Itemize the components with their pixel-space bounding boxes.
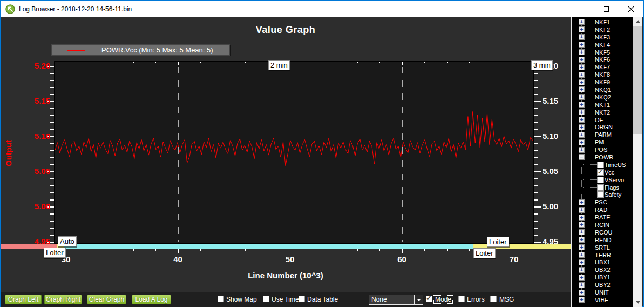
gridline-vertical bbox=[66, 63, 66, 242]
expand-icon[interactable]: + bbox=[579, 34, 585, 40]
scroll-up-button[interactable] bbox=[633, 17, 642, 26]
expand-icon[interactable]: + bbox=[579, 79, 585, 85]
tree-item-UBY1[interactable]: +UBY1 bbox=[572, 273, 633, 281]
checkbox-Safety[interactable] bbox=[597, 191, 604, 198]
expand-icon[interactable]: + bbox=[579, 207, 585, 213]
expand-icon[interactable]: + bbox=[579, 139, 585, 145]
errors-checkbox[interactable] bbox=[458, 296, 465, 302]
tree-item-ORGN[interactable]: +ORGN bbox=[572, 123, 633, 131]
clear-graph-button[interactable]: Clear Graph bbox=[87, 295, 126, 304]
tree-item-NKF2[interactable]: +NKF2 bbox=[572, 26, 633, 34]
tree-item-NKF9[interactable]: +NKF9 bbox=[572, 78, 633, 86]
tree-item-PARM[interactable]: +PARM bbox=[572, 131, 633, 138]
tree-item-PM[interactable]: +PM bbox=[572, 138, 633, 146]
expand-icon[interactable]: + bbox=[579, 290, 585, 296]
tree-item-NKF1[interactable]: +NKF1 bbox=[572, 18, 633, 26]
expand-icon[interactable]: + bbox=[579, 94, 585, 100]
expand-icon[interactable]: + bbox=[579, 19, 585, 25]
tree-item-PSC[interactable]: +PSC bbox=[572, 198, 633, 206]
tree-item-NKT1[interactable]: +NKT1 bbox=[572, 101, 633, 109]
checkbox-Flags[interactable] bbox=[597, 184, 604, 191]
tree-item-RFND[interactable]: +RFND bbox=[572, 236, 633, 244]
tree-item-NKT2[interactable]: +NKT2 bbox=[572, 109, 633, 116]
tree-item-OF[interactable]: +OF bbox=[572, 116, 633, 124]
expand-icon[interactable]: + bbox=[579, 124, 585, 130]
tree-item-UNIT[interactable]: +UNIT bbox=[572, 289, 633, 296]
data-table-checkbox[interactable] bbox=[299, 296, 305, 302]
expand-icon[interactable]: + bbox=[579, 132, 585, 138]
scrollbar-thumb[interactable] bbox=[633, 26, 642, 134]
tree-item-label: POWR bbox=[595, 154, 613, 161]
tree-item-NKQ1[interactable]: +NKQ1 bbox=[572, 86, 633, 94]
tree-item-NKF4[interactable]: +NKF4 bbox=[572, 41, 633, 49]
mode-checkbox[interactable]: ✓ bbox=[426, 296, 432, 302]
expand-icon[interactable]: + bbox=[579, 229, 585, 235]
maximize-button[interactable] bbox=[594, 1, 619, 17]
tree-item-NKF5[interactable]: +NKF5 bbox=[572, 49, 633, 56]
tree-scrollbar[interactable] bbox=[633, 17, 642, 307]
tree-item-NKF8[interactable]: +NKF8 bbox=[572, 71, 633, 78]
use-time-checkbox[interactable] bbox=[263, 296, 269, 302]
tree-item-UBX2[interactable]: +UBX2 bbox=[572, 266, 633, 273]
plot-area[interactable] bbox=[54, 61, 534, 244]
load-a-log-button[interactable]: Load A Log bbox=[132, 295, 171, 304]
tree-item-UBX1[interactable]: +UBX1 bbox=[572, 259, 633, 266]
expand-icon[interactable]: + bbox=[579, 117, 585, 123]
tree-item-NKF6[interactable]: +NKF6 bbox=[572, 56, 633, 63]
expand-icon[interactable]: + bbox=[579, 64, 585, 70]
expand-icon[interactable]: + bbox=[579, 237, 585, 243]
tree-item-UBY2[interactable]: +UBY2 bbox=[572, 281, 633, 289]
expand-icon[interactable]: + bbox=[579, 57, 585, 63]
expand-icon[interactable]: + bbox=[579, 199, 585, 205]
mode-filter-dropdown[interactable]: None bbox=[369, 295, 423, 305]
checkbox-Vcc[interactable]: ✓ bbox=[597, 169, 604, 176]
expand-icon[interactable]: + bbox=[579, 259, 585, 265]
x-axis-top-tick bbox=[357, 62, 358, 63]
close-button[interactable] bbox=[619, 1, 643, 17]
tree-item-RCIN[interactable]: +RCIN bbox=[572, 221, 633, 229]
show-map-checkbox[interactable] bbox=[218, 296, 224, 302]
expand-icon[interactable]: + bbox=[579, 297, 585, 303]
expand-icon[interactable]: + bbox=[579, 147, 585, 153]
msg-checkbox[interactable] bbox=[490, 296, 497, 302]
graph-left-button[interactable]: Graph Left bbox=[5, 295, 42, 304]
tree-item-POS[interactable]: +POS bbox=[572, 146, 633, 154]
expand-icon[interactable]: + bbox=[579, 86, 585, 92]
expand-icon[interactable]: + bbox=[579, 26, 585, 32]
tree-item-TERR[interactable]: +TERR bbox=[572, 251, 633, 259]
graph-right-button[interactable]: Graph Right bbox=[44, 295, 82, 304]
expand-icon[interactable]: + bbox=[579, 252, 585, 258]
expand-icon[interactable]: + bbox=[579, 42, 585, 48]
y-axis-left-tick bbox=[50, 129, 54, 130]
expand-icon[interactable]: + bbox=[579, 244, 585, 250]
dropdown-arrow-button[interactable] bbox=[414, 295, 423, 304]
expand-icon[interactable]: + bbox=[579, 267, 585, 273]
tree-item-RAD[interactable]: +RAD bbox=[572, 206, 633, 213]
checkbox-VServo[interactable] bbox=[597, 177, 604, 183]
tree-item-RATE[interactable]: +RATE bbox=[572, 213, 633, 221]
tree-item-SRTL[interactable]: +SRTL bbox=[572, 244, 633, 251]
tree-item-NKF3[interactable]: +NKF3 bbox=[572, 34, 633, 41]
expand-icon[interactable]: + bbox=[579, 282, 585, 288]
tree-item-NKF7[interactable]: +NKF7 bbox=[572, 63, 633, 71]
tree-item-NKQ2[interactable]: +NKQ2 bbox=[572, 94, 633, 101]
tree-item-RCOU[interactable]: +RCOU bbox=[572, 229, 633, 236]
scroll-down-button[interactable] bbox=[633, 298, 642, 307]
minimize-button[interactable] bbox=[569, 1, 594, 17]
expand-icon[interactable]: + bbox=[579, 49, 585, 55]
tree-field-label: TimeUS bbox=[605, 162, 626, 168]
y-tick-label-left: 5.20 bbox=[23, 61, 50, 70]
expand-icon[interactable]: + bbox=[579, 72, 585, 78]
y-axis-right-tick bbox=[534, 101, 541, 102]
use-time-label: Use Time bbox=[272, 296, 299, 303]
expand-icon[interactable]: + bbox=[579, 215, 585, 221]
collapse-icon[interactable]: − bbox=[579, 154, 585, 160]
checkbox-TimeUS[interactable] bbox=[597, 162, 604, 168]
expand-icon[interactable]: + bbox=[579, 222, 585, 228]
expand-icon[interactable]: + bbox=[579, 275, 585, 281]
expand-icon[interactable]: + bbox=[579, 109, 585, 115]
expand-icon[interactable]: + bbox=[579, 102, 585, 108]
tree-item-VIBE[interactable]: +VIBE bbox=[572, 296, 633, 304]
title-bar[interactable]: Log Browser - 2018-12-20 14-56-11.bin bbox=[1, 1, 643, 17]
tree-item-POWR[interactable]: −POWR bbox=[572, 154, 633, 161]
